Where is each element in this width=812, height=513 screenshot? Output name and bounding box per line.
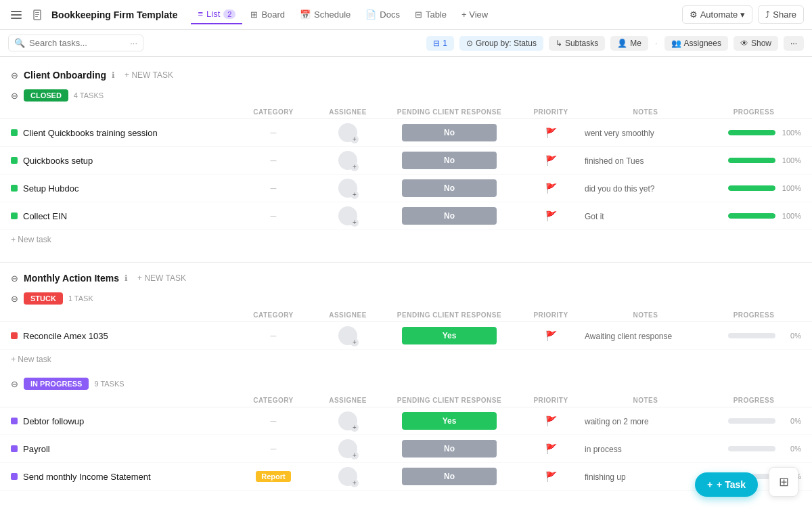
section-header-client-onboarding: ⊖ Client Onboarding ℹ + NEW TASK xyxy=(0,65,812,85)
table-row[interactable]: Client Quickbooks training session – No … xyxy=(0,119,812,147)
category-cell: – xyxy=(233,182,314,194)
avatar xyxy=(338,467,357,486)
flag-icon: 🚩 xyxy=(545,155,557,166)
tab-add-view[interactable]: + View xyxy=(455,5,495,24)
assignees-icon: 👥 xyxy=(671,39,681,48)
group-header-closed: ⊖ CLOSED 4 TASKS xyxy=(0,85,812,106)
content: ⊖ Client Onboarding ℹ + NEW TASK ⊖ CLOSE… xyxy=(0,57,812,513)
more-toolbar-button[interactable]: ··· xyxy=(784,36,804,51)
status-badge-inprogress[interactable]: IN PROGRESS xyxy=(24,378,89,390)
group-closed: ⊖ CLOSED 4 TASKS CATEGORY ASSIGNEE PENDI… xyxy=(0,85,812,248)
filter-button[interactable]: ⊟ 1 xyxy=(426,36,454,51)
board-icon: ⊞ xyxy=(250,9,258,20)
col-header-assignee-s: ASSIGNEE xyxy=(314,311,382,319)
table-row[interactable]: Debtor followup – Yes 🚩 waiting on 2 mor… xyxy=(0,407,812,435)
response-cell: No xyxy=(382,152,517,169)
progress-cell: 100% xyxy=(706,129,801,137)
new-task-inline-stuck[interactable]: + New task xyxy=(11,355,51,364)
assignees-button[interactable]: 👥 Assignees xyxy=(664,36,728,51)
col-header-response: PENDING CLIENT RESPONSE xyxy=(382,108,517,116)
new-task-btn-client-onboarding[interactable]: + NEW TASK xyxy=(120,69,177,81)
tab-board[interactable]: ⊞ Board xyxy=(244,5,292,24)
response-cell: No xyxy=(382,179,517,197)
task-dot xyxy=(11,185,18,192)
status-badge-stuck[interactable]: STUCK xyxy=(24,292,63,305)
category-badge: Report xyxy=(256,471,290,482)
svg-rect-2 xyxy=(11,18,22,19)
status-badge-closed[interactable]: CLOSED xyxy=(24,89,68,102)
task-name: Reconcile Amex 1035 xyxy=(23,331,108,341)
tab-list[interactable]: ≡ List 2 xyxy=(191,5,242,24)
table-row[interactable]: Reconcile Amex 1035 – Yes 🚩 Awaiting cli… xyxy=(0,322,812,350)
subtasks-button[interactable]: ↳ Subtasks xyxy=(549,36,605,51)
section-title-monthly: Monthly Action Items xyxy=(24,273,119,284)
automate-button[interactable]: ⚙ Automate ▾ xyxy=(682,5,753,24)
response-cell: Yes xyxy=(382,327,517,344)
notes-cell: finishing up xyxy=(585,472,706,482)
col-header-assignee-ip: ASSIGNEE xyxy=(314,397,382,404)
task-count-closed: 4 TASKS xyxy=(74,91,104,99)
tab-schedule[interactable]: 📅 Schedule xyxy=(293,5,357,24)
flag-icon: 🚩 xyxy=(545,183,557,194)
section-chevron-monthly[interactable]: ⊖ xyxy=(11,273,18,284)
col-header-response-ip: PENDING CLIENT RESPONSE xyxy=(382,397,517,404)
table-row[interactable]: Collect EIN – No 🚩 Got it 100% xyxy=(0,202,812,230)
response-badge: No xyxy=(402,468,497,485)
group-by-button[interactable]: ⊙ Group by: Status xyxy=(459,36,543,51)
response-badge: No xyxy=(402,152,497,169)
task-name-cell: Debtor followup xyxy=(11,416,233,426)
more-options-icon[interactable]: ··· xyxy=(130,38,137,48)
new-task-btn-monthly[interactable]: + NEW TASK xyxy=(133,272,190,284)
svg-rect-1 xyxy=(11,14,22,16)
calendar-icon: 📅 xyxy=(300,9,311,20)
task-dot xyxy=(11,332,18,339)
col-header-assignee: ASSIGNEE xyxy=(314,108,382,116)
assignee-cell xyxy=(314,439,382,458)
table-row[interactable]: Quickbooks setup – No 🚩 finished on Tues… xyxy=(0,147,812,175)
notes-cell: waiting on 2 more xyxy=(585,416,706,426)
tab-docs[interactable]: 📄 Docs xyxy=(359,5,407,24)
assignee-cell xyxy=(314,467,382,486)
show-button[interactable]: 👁 Show xyxy=(734,36,778,51)
group-header-inprogress: ⊖ IN PROGRESS 9 TASKS xyxy=(0,374,812,394)
priority-cell: 🚩 xyxy=(517,416,585,426)
col-header-notes-ip: NOTES xyxy=(585,397,706,404)
task-dot xyxy=(11,213,18,219)
category-cell: – xyxy=(233,127,314,139)
section-info-client-onboarding[interactable]: ℹ xyxy=(112,70,115,80)
share-button[interactable]: ⤴ Share xyxy=(758,5,804,24)
response-cell: Yes xyxy=(382,412,517,430)
table-row[interactable]: Send monthly Income Statement Report No … xyxy=(0,463,812,491)
section-info-monthly[interactable]: ℹ xyxy=(125,273,128,283)
col-header-priority-ip: PRIORITY xyxy=(517,397,585,404)
avatar xyxy=(338,123,357,142)
search-box[interactable]: 🔍 ··· xyxy=(8,35,143,51)
grid-view-button[interactable]: ⊞ xyxy=(769,467,798,497)
task-name: Payroll xyxy=(23,444,50,454)
nav-tabs: ≡ List 2 ⊞ Board 📅 Schedule 📄 Docs ⊟ Tab… xyxy=(191,5,676,24)
flag-icon: 🚩 xyxy=(545,127,557,138)
new-task-inline-closed[interactable]: + New task xyxy=(11,235,51,244)
response-badge: No xyxy=(402,179,497,197)
sidebar-toggle[interactable] xyxy=(8,7,24,23)
avatar xyxy=(338,151,357,170)
table-row[interactable]: Payroll – No 🚩 in process 0% xyxy=(0,435,812,463)
search-input[interactable] xyxy=(29,38,126,48)
group-chevron-stuck[interactable]: ⊖ xyxy=(11,294,18,304)
section-monthly-action-items: ⊖ Monthly Action Items ℹ + NEW TASK ⊖ ST… xyxy=(0,268,812,491)
col-header-name xyxy=(11,108,233,116)
new-task-row-closed: + New task xyxy=(0,230,812,248)
tab-table[interactable]: ⊟ Table xyxy=(408,5,453,24)
col-header-category-s: CATEGORY xyxy=(233,311,314,319)
table-row[interactable]: Setup Hubdoc – No 🚩 did you do this yet?… xyxy=(0,175,812,202)
add-task-fab[interactable]: + + Task xyxy=(695,472,758,497)
share-icon: ⤴ xyxy=(765,9,770,20)
section-title-client-onboarding: Client Onboarding xyxy=(24,70,106,81)
me-button[interactable]: 👤 Me xyxy=(610,36,648,51)
plus-icon: + xyxy=(707,479,713,490)
group-chevron-inprogress[interactable]: ⊖ xyxy=(11,379,18,389)
assignee-cell xyxy=(314,179,382,198)
group-chevron-closed[interactable]: ⊖ xyxy=(11,91,18,101)
col-header-priority-s: PRIORITY xyxy=(517,311,585,319)
section-chevron-client-onboarding[interactable]: ⊖ xyxy=(11,70,18,81)
